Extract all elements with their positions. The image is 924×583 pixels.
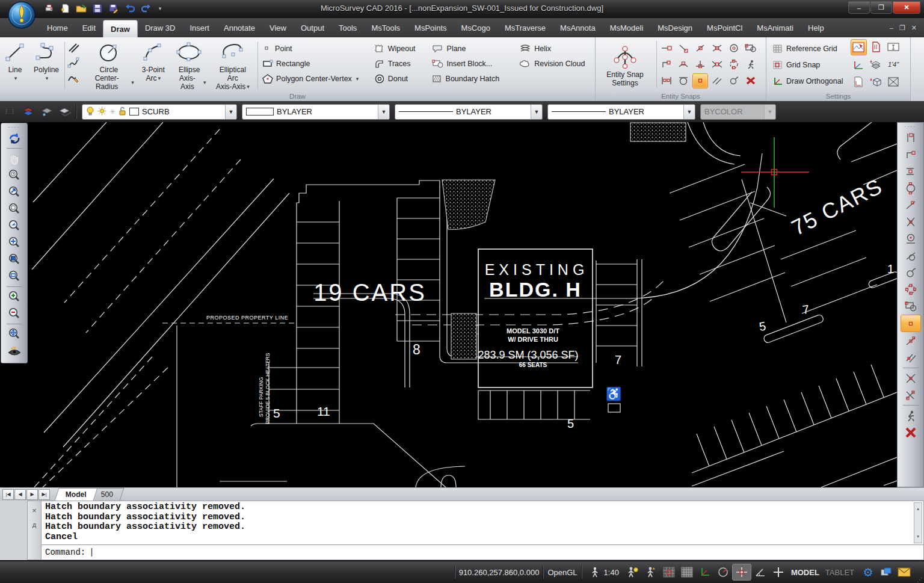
drawing-scale[interactable]: 1:40	[604, 568, 619, 577]
close-button[interactable]: ✕	[893, 1, 920, 14]
view-eye-icon[interactable]	[5, 343, 24, 359]
tab-draw[interactable]: Draw	[103, 20, 138, 37]
boundary-hatch-button[interactable]: Boundary Hatch	[430, 71, 517, 86]
helix-button[interactable]: Helix	[517, 41, 595, 56]
entity-snap-grid-icon[interactable]	[732, 564, 751, 581]
zoom-window-icon[interactable]	[5, 251, 24, 268]
snap-tangent-icon[interactable]	[676, 73, 691, 88]
zoom-dynamic-icon[interactable]	[5, 184, 24, 200]
snap-perpendicular-icon[interactable]	[901, 214, 920, 230]
zoom-previous-icon[interactable]	[5, 167, 24, 184]
zoom-in-icon[interactable]	[5, 289, 24, 305]
entity-snap-settings-button[interactable]: Entity Snap Settings	[596, 42, 654, 87]
linetype-select[interactable]: BYLAYER ▼	[395, 104, 543, 120]
tab-mspointcl[interactable]: MsPointCl	[700, 18, 750, 37]
three-point-arc-button[interactable]: 3-Point Arc▾	[138, 39, 169, 82]
snap-intersection-icon[interactable]	[709, 41, 725, 56]
double-line-icon[interactable]	[67, 41, 80, 54]
snap-corner-icon[interactable]	[659, 57, 674, 72]
snap-insert-icon[interactable]	[743, 41, 759, 56]
grid-display-icon[interactable]	[678, 564, 696, 580]
snap-parallel-icon[interactable]	[709, 73, 725, 88]
entity-track-angle-icon[interactable]	[751, 564, 769, 580]
sun-on-icon[interactable]	[97, 106, 106, 117]
pan-hand-icon[interactable]	[5, 150, 24, 167]
zoom-center-icon[interactable]	[5, 235, 24, 251]
snap-node-tail-icon[interactable]	[901, 264, 920, 280]
tab-msannota[interactable]: MsAnnota	[553, 18, 603, 37]
snap-quadrant-icon[interactable]	[726, 57, 742, 72]
snap-dynamic-icon[interactable]	[901, 407, 920, 424]
bulb-on-icon[interactable]	[86, 106, 94, 117]
line-dropdown-icon[interactable]: ▾	[14, 74, 17, 82]
snap-nearest-icon[interactable]	[901, 333, 920, 349]
point-button[interactable]: Point	[260, 41, 372, 56]
tab-output[interactable]: Output	[294, 18, 331, 37]
command-close-icon[interactable]: ×	[32, 506, 37, 515]
tab-msanimati[interactable]: MsAnimati	[750, 18, 801, 37]
rectangle-button[interactable]: Rectangle	[260, 56, 372, 71]
tab-draw3d[interactable]: Draw 3D	[138, 18, 183, 37]
ellipse-button[interactable]: Ellipse Axis-Axis▾	[169, 39, 210, 91]
esnap-person-icon[interactable]	[624, 564, 642, 580]
snap-clear-all-icon[interactable]	[901, 424, 920, 440]
snap-apparent-intersection-icon[interactable]	[901, 387, 920, 403]
estrack-person-icon[interactable]	[642, 564, 660, 580]
workspace-switch-icon[interactable]	[877, 564, 895, 580]
snap-dynamic-icon[interactable]	[743, 57, 759, 72]
tab-msdesign[interactable]: MsDesign	[650, 18, 700, 37]
tab-msmodeli[interactable]: MsModeli	[603, 18, 651, 37]
line-button[interactable]: Line ▾	[0, 39, 30, 82]
polar-tracking-icon[interactable]	[714, 564, 732, 580]
color-select[interactable]: BYLAYER ▼	[242, 104, 390, 120]
polygon-dropdown-icon[interactable]: ▾	[356, 76, 359, 82]
drawing-area[interactable]: 19 CARS 75 CARS EXISTING BLDG. H MODEL 3…	[0, 122, 924, 487]
zoom-pointer-icon[interactable]	[5, 218, 24, 234]
elliptical-arc-dropdown-icon[interactable]: ▾	[247, 82, 250, 91]
freehand-spline-icon[interactable]	[67, 56, 80, 69]
tab-help[interactable]: Help	[801, 18, 831, 37]
last-sheet-button[interactable]: ▶|	[38, 489, 50, 500]
snap-grid-red-icon[interactable]	[660, 564, 678, 580]
snap-endpoint-icon[interactable]	[901, 129, 920, 146]
snap-distance-icon[interactable]	[659, 41, 674, 56]
tab-annotate[interactable]: Annotate	[217, 18, 262, 37]
polygon-button[interactable]: Polygon Center-Vertex▾	[260, 71, 372, 86]
restore-button[interactable]: ❐	[870, 1, 892, 14]
polyline-dropdown-icon[interactable]: ▾	[46, 74, 49, 82]
snap-tangent-line-icon[interactable]	[901, 247, 920, 264]
layer-manager-icon[interactable]	[22, 105, 35, 119]
snap-midpoint-icon[interactable]	[901, 163, 920, 179]
command-scrollbar[interactable]: ▲ ▼	[914, 502, 922, 543]
snap-node-active-icon[interactable]	[692, 73, 708, 88]
zoom-extents-icon[interactable]	[5, 326, 24, 342]
command-pin-icon[interactable]: д	[32, 521, 36, 528]
snap-clear-all-icon[interactable]	[743, 73, 759, 88]
model-space-toggle[interactable]: MODEL	[791, 568, 819, 577]
settings-gear-icon[interactable]: ⚙	[859, 564, 877, 580]
linetype-dropdown-icon[interactable]: ▼	[531, 105, 542, 119]
ribbon-restore-icon[interactable]: ❐	[899, 24, 905, 32]
trace-frame-icon[interactable]	[868, 39, 884, 55]
snap-center-icon[interactable]	[726, 41, 742, 56]
reference-grid-toggle[interactable]: Reference Grid	[770, 42, 846, 57]
snap-perpendicular-icon[interactable]	[692, 57, 708, 72]
text-frame-icon[interactable]	[886, 39, 902, 55]
renderer-label[interactable]: OpenGL	[547, 568, 577, 577]
prev-sheet-button[interactable]: ◀	[14, 489, 26, 500]
lineweight-select[interactable]: BYLAYER ▼	[547, 104, 695, 120]
tab-model[interactable]: Model	[55, 488, 97, 501]
grid-snap-toggle[interactable]: Grid Snap	[770, 58, 846, 73]
image-frame-icon[interactable]	[851, 39, 867, 55]
snap-midpoint-icon[interactable]	[692, 41, 708, 56]
feet-inches-icon[interactable]: 1'4"	[886, 57, 902, 73]
revision-cloud-button[interactable]: Revision Cloud	[517, 56, 595, 71]
snap-nearest-line-icon[interactable]	[901, 197, 920, 213]
tab-tools[interactable]: Tools	[331, 18, 364, 37]
tab-mstraverse[interactable]: MsTraverse	[497, 18, 553, 37]
snap-intersection-icon[interactable]	[901, 370, 920, 386]
tab-mspoints[interactable]: MsPoints	[407, 18, 454, 37]
command-history[interactable]: Hatch boundary associativity removed. Ha…	[42, 501, 923, 544]
insert-block-button[interactable]: Insert Block...	[430, 56, 517, 71]
draw-orthogonal-toggle[interactable]: Draw Orthogonal	[770, 74, 846, 89]
